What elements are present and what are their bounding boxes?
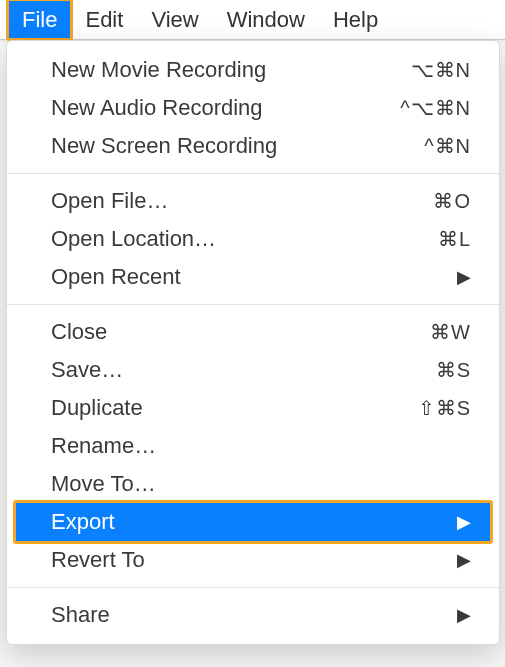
file-menu-dropdown: New Movie Recording ⌥⌘N New Audio Record…	[6, 40, 500, 645]
menu-label: Close	[51, 319, 430, 345]
menu-share[interactable]: Share ▶	[7, 596, 499, 634]
menu-label: Duplicate	[51, 395, 418, 421]
menu-export[interactable]: Export ▶	[13, 503, 493, 541]
menubar: File Edit View Window Help	[0, 0, 505, 40]
menu-new-movie-recording[interactable]: New Movie Recording ⌥⌘N	[7, 51, 499, 89]
group-share: Share ▶	[7, 587, 499, 634]
menu-shortcut: ⌘L	[438, 227, 471, 251]
menu-close[interactable]: Close ⌘W	[7, 313, 499, 351]
menu-open-file[interactable]: Open File… ⌘O	[7, 182, 499, 220]
menu-label: Rename…	[51, 433, 471, 459]
menu-shortcut: ⌘O	[433, 189, 471, 213]
menubar-view-label: View	[151, 7, 198, 33]
menubar-help[interactable]: Help	[319, 0, 392, 39]
group-file-ops: Close ⌘W Save… ⌘S Duplicate ⇧⌘S Rename… …	[7, 304, 499, 579]
menu-label: Open Recent	[51, 264, 451, 290]
menu-label: Open Location…	[51, 226, 438, 252]
menu-label: Save…	[51, 357, 436, 383]
menu-label: New Audio Recording	[51, 95, 400, 121]
menubar-edit[interactable]: Edit	[71, 0, 137, 39]
menu-move-to[interactable]: Move To…	[7, 465, 499, 503]
menubar-view[interactable]: View	[137, 0, 212, 39]
menu-shortcut: ^⌘N	[424, 134, 471, 158]
menu-new-screen-recording[interactable]: New Screen Recording ^⌘N	[7, 127, 499, 165]
menubar-window[interactable]: Window	[213, 0, 319, 39]
menu-label: New Movie Recording	[51, 57, 411, 83]
menu-label: New Screen Recording	[51, 133, 424, 159]
menu-label: Revert To	[51, 547, 451, 573]
group-new: New Movie Recording ⌥⌘N New Audio Record…	[7, 51, 499, 165]
menubar-file-label: File	[22, 7, 57, 33]
menu-new-audio-recording[interactable]: New Audio Recording ^⌥⌘N	[7, 89, 499, 127]
menu-shortcut: ⌘S	[436, 358, 471, 382]
menu-shortcut: ⇧⌘S	[418, 396, 471, 420]
menu-open-recent[interactable]: Open Recent ▶	[7, 258, 499, 296]
menu-shortcut: ⌥⌘N	[411, 58, 471, 82]
submenu-arrow-icon: ▶	[457, 511, 471, 533]
menubar-help-label: Help	[333, 7, 378, 33]
menu-revert-to[interactable]: Revert To ▶	[7, 541, 499, 579]
menu-shortcut: ^⌥⌘N	[400, 96, 471, 120]
submenu-arrow-icon: ▶	[457, 604, 471, 626]
menu-label: Export	[51, 509, 451, 535]
menu-label: Share	[51, 602, 451, 628]
group-open: Open File… ⌘O Open Location… ⌘L Open Rec…	[7, 173, 499, 296]
menubar-window-label: Window	[227, 7, 305, 33]
menu-label: Open File…	[51, 188, 433, 214]
menu-save[interactable]: Save… ⌘S	[7, 351, 499, 389]
menubar-edit-label: Edit	[85, 7, 123, 33]
menubar-file[interactable]: File	[8, 0, 71, 39]
menu-label: Move To…	[51, 471, 471, 497]
submenu-arrow-icon: ▶	[457, 266, 471, 288]
menu-open-location[interactable]: Open Location… ⌘L	[7, 220, 499, 258]
menu-duplicate[interactable]: Duplicate ⇧⌘S	[7, 389, 499, 427]
submenu-arrow-icon: ▶	[457, 549, 471, 571]
menu-rename[interactable]: Rename…	[7, 427, 499, 465]
menu-shortcut: ⌘W	[430, 320, 471, 344]
